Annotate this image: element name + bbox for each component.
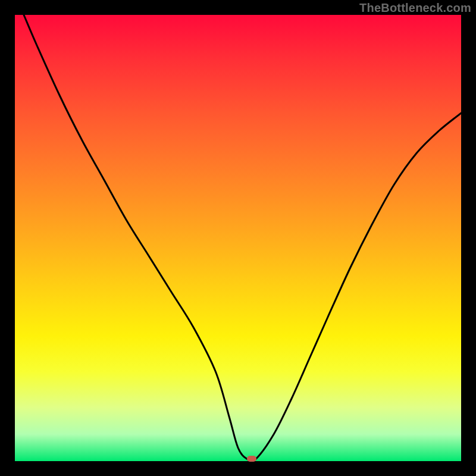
plot-area	[15, 15, 461, 461]
min-marker	[247, 456, 256, 462]
curve-svg	[15, 15, 461, 461]
bottleneck-curve	[24, 15, 461, 461]
chart-frame: TheBottleneck.com	[0, 0, 476, 476]
watermark-text: TheBottleneck.com	[359, 1, 471, 15]
